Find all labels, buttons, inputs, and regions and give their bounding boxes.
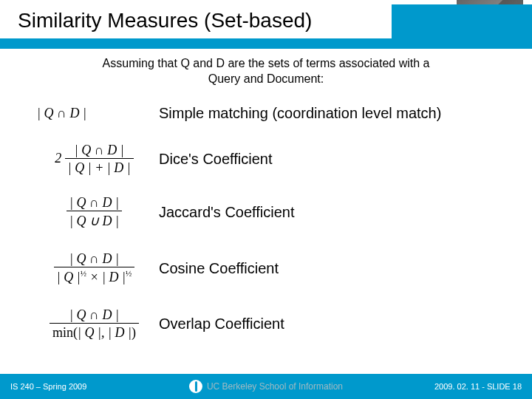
slide-title: Similarity Measures (Set-based)	[0, 4, 392, 38]
footer-right: 2009. 02. 11 - SLIDE 18	[434, 382, 522, 391]
footer-bar: IS 240 – Spring 2009 UC Berkeley School …	[0, 374, 532, 399]
measure-label: Jaccard's Coefficient	[159, 204, 295, 221]
intro-text: Assuming that Q and D are the sets of te…	[52, 56, 480, 87]
footer-center: UC Berkeley School of Information	[189, 380, 343, 393]
measure-label: Overlap Coefficient	[159, 316, 284, 332]
intro-line-1: Assuming that Q and D are the sets of te…	[103, 57, 430, 69]
measure-row: 2 | Q ∩ D | | Q | + | D | Dice's Coeffic…	[30, 136, 517, 182]
intro-line-2: Query and Document:	[208, 72, 324, 85]
footer-center-text: UC Berkeley School of Information	[207, 381, 343, 392]
formula-cosine: | Q ∩ D | | Q |½ × | D |½	[30, 251, 159, 285]
measure-row: | Q ∩ D | | Q |½ × | D |½ Cosine Coeffic…	[30, 242, 517, 294]
formula-overlap: | Q ∩ D | min(| Q |, | D |)	[30, 307, 159, 341]
footer-left: IS 240 – Spring 2009	[10, 382, 86, 391]
measure-label: Cosine Coefficient	[159, 260, 279, 277]
title-band: Similarity Measures (Set-based)	[0, 4, 532, 49]
measure-row: | Q ∩ D | Simple matching (coordination …	[30, 96, 517, 130]
formula-jaccard: | Q ∩ D | | Q ∪ D |	[30, 195, 159, 229]
measure-label: Dice's Coefficient	[159, 151, 273, 168]
measure-label: Simple matching (coordination level matc…	[159, 105, 441, 122]
ischool-logo-icon	[189, 380, 202, 393]
measure-row: | Q ∩ D | | Q ∪ D | Jaccard's Coefficien…	[30, 188, 517, 236]
formula-simple: | Q ∩ D |	[30, 106, 159, 121]
measure-row: | Q ∩ D | min(| Q |, | D |) Overlap Coef…	[30, 300, 517, 347]
measures-list: | Q ∩ D | Simple matching (coordination …	[30, 96, 517, 353]
formula-dice: 2 | Q ∩ D | | Q | + | D |	[30, 143, 159, 176]
